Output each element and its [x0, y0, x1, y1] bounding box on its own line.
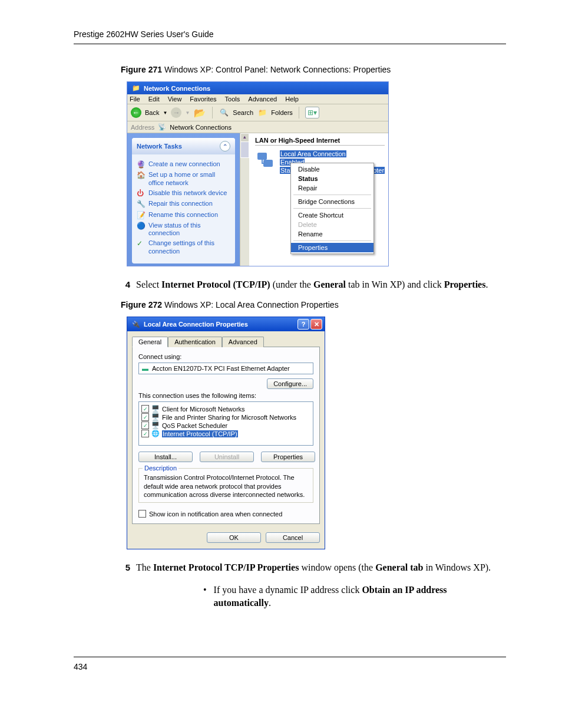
- bullet-dot: •: [203, 584, 207, 610]
- menu-help[interactable]: Help: [285, 95, 299, 103]
- separator: [299, 107, 299, 118]
- menubar: File Edit View Favorites Tools Advanced …: [127, 94, 388, 104]
- dialog-title: Local Area Connection Properties: [144, 321, 248, 328]
- checkbox[interactable]: [141, 421, 149, 429]
- dialog-titlebar[interactable]: 🔌 Local Area Connection Properties ? ✕: [127, 317, 325, 331]
- list-item[interactable]: 🖥️File and Printer Sharing for Microsoft…: [141, 413, 310, 421]
- folders-icon[interactable]: 📁: [257, 107, 267, 118]
- ctx-repair[interactable]: Repair: [291, 183, 373, 193]
- tab-authentication[interactable]: Authentication: [168, 337, 222, 347]
- folders-label[interactable]: Folders: [271, 109, 293, 116]
- task-rename[interactable]: 📝Rename this connection: [137, 211, 230, 219]
- collapse-icon[interactable]: ⌃: [220, 141, 230, 151]
- text-bold: Properties: [444, 279, 486, 289]
- menu-edit[interactable]: Edit: [148, 95, 160, 103]
- task-setup-network[interactable]: 🏠Set up a home or small office network: [137, 171, 230, 186]
- ctx-status[interactable]: Status: [291, 174, 373, 183]
- step-number: 4: [121, 278, 130, 291]
- menu-tools[interactable]: Tools: [225, 95, 240, 103]
- tasks-panel: Network Tasks ⌃ 🔮Create a new connection…: [127, 133, 240, 266]
- show-icon-checkbox[interactable]: [138, 510, 146, 518]
- menu-favorites[interactable]: Favorites: [190, 95, 216, 103]
- ctx-disable[interactable]: Disable: [291, 164, 373, 174]
- ctx-delete: Delete: [291, 220, 373, 229]
- separator: [293, 241, 371, 241]
- item-label: QoS Packet Scheduler: [162, 422, 227, 429]
- back-label[interactable]: Back: [145, 109, 159, 116]
- scroll-thumb[interactable]: [240, 141, 249, 158]
- address-bar: Address 📡 Network Connections: [127, 121, 388, 133]
- network-tasks-header[interactable]: Network Tasks ⌃: [132, 138, 235, 154]
- ctx-bridge[interactable]: Bridge Connections: [291, 197, 373, 206]
- task-view-status[interactable]: 🔵View status of this connection: [137, 222, 230, 237]
- step-4: 4 Select Internet Protocol (TCP/IP) (und…: [121, 278, 506, 291]
- svg-rect-1: [263, 160, 273, 167]
- service-icon: 🖥️: [151, 421, 160, 429]
- address-value[interactable]: Network Connections: [170, 124, 232, 131]
- text: Select: [136, 279, 161, 289]
- folder-icon: 📁: [132, 84, 140, 92]
- window-titlebar[interactable]: 📁 Network Connections: [127, 82, 388, 94]
- service-icon: 🖥️: [151, 405, 160, 413]
- text-bold: General: [313, 279, 346, 289]
- status-icon: 🔵: [137, 222, 145, 237]
- text: (under the: [270, 279, 313, 289]
- install-button[interactable]: Install...: [138, 452, 193, 462]
- connection-name: Local Area Connection: [280, 150, 346, 157]
- checkbox[interactable]: [141, 430, 149, 437]
- menu-file[interactable]: File: [130, 95, 140, 103]
- text: in Windows XP).: [423, 562, 491, 572]
- menu-view[interactable]: View: [168, 95, 182, 103]
- back-icon[interactable]: ←: [131, 107, 141, 118]
- page-header: Prestige 2602HW Series User's Guide: [74, 29, 506, 44]
- tab-pane: Connect using: ▬ Accton EN1207D-TX PCI F…: [132, 347, 320, 524]
- menu-advanced[interactable]: Advanced: [248, 95, 277, 103]
- configure-button[interactable]: Configure...: [267, 378, 313, 389]
- task-label: View status of this connection: [148, 222, 230, 237]
- ok-button[interactable]: OK: [207, 532, 261, 543]
- checkbox[interactable]: [141, 405, 149, 413]
- back-dropdown-icon[interactable]: ▼: [163, 110, 167, 116]
- forward-icon: →: [171, 107, 181, 118]
- protocol-icon: 🌐: [151, 430, 160, 437]
- search-label[interactable]: Search: [233, 109, 253, 116]
- figure-272-caption: Figure 272 Windows XP: Local Area Connec…: [121, 300, 506, 309]
- ctx-shortcut[interactable]: Create Shortcut: [291, 210, 373, 220]
- properties-button[interactable]: Properties: [261, 452, 315, 462]
- task-label: Change settings of this connection: [148, 239, 230, 255]
- network-connections-window: 📁 Network Connections File Edit View Fav…: [127, 81, 389, 266]
- up-folder-icon[interactable]: 📂: [193, 107, 206, 118]
- task-repair[interactable]: 🔧Repair this connection: [137, 200, 230, 208]
- task-label: Disable this network device: [148, 189, 227, 197]
- search-icon[interactable]: 🔍: [219, 107, 229, 118]
- figure-271-text: Windows XP: Control Panel: Network Conne…: [162, 65, 391, 74]
- task-label: Create a new connection: [148, 160, 220, 169]
- cancel-button[interactable]: Cancel: [266, 532, 320, 543]
- uses-items-label: This connection uses the following items…: [138, 392, 313, 399]
- task-list: 🔮Create a new connection 🏠Set up a home …: [132, 154, 235, 263]
- tab-general[interactable]: General: [132, 337, 168, 347]
- checkbox[interactable]: [141, 413, 149, 421]
- list-item[interactable]: 🖥️Client for Microsoft Networks: [141, 405, 310, 413]
- ctx-rename[interactable]: Rename: [291, 229, 373, 239]
- task-change-settings[interactable]: ✓Change settings of this connection: [137, 239, 230, 255]
- ctx-properties[interactable]: Properties: [291, 243, 373, 252]
- item-label: Client for Microsoft Networks: [162, 406, 245, 413]
- list-item-selected[interactable]: 🌐Internet Protocol (TCP/IP): [141, 430, 310, 437]
- figure-271-label: Figure 271: [121, 65, 162, 74]
- components-list[interactable]: 🖥️Client for Microsoft Networks 🖥️File a…: [138, 401, 313, 446]
- page-number: 434: [74, 657, 506, 671]
- item-label: File and Printer Sharing for Microsoft N…: [162, 414, 296, 421]
- task-disable-device[interactable]: ⏻Disable this network device: [137, 189, 230, 197]
- scrollbar[interactable]: ▴: [240, 133, 249, 266]
- close-button[interactable]: ✕: [310, 319, 322, 330]
- task-create-connection[interactable]: 🔮Create a new connection: [137, 160, 230, 169]
- views-icon[interactable]: ⊞▾: [305, 107, 319, 118]
- text: tab in Win XP) and click: [346, 279, 444, 289]
- adapter-name: Accton EN1207D-TX PCI Fast Ethernet Adap…: [152, 365, 290, 372]
- network-adapter-icon: [255, 150, 275, 169]
- tab-advanced[interactable]: Advanced: [222, 337, 264, 347]
- window-title: Network Connections: [144, 85, 210, 92]
- help-button[interactable]: ?: [297, 319, 309, 330]
- list-item[interactable]: 🖥️QoS Packet Scheduler: [141, 421, 310, 429]
